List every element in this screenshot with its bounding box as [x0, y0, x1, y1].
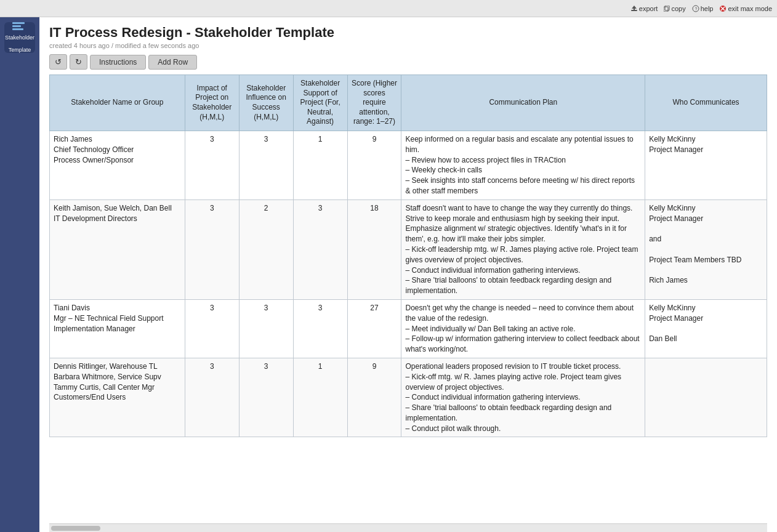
col-header-score: Score (Higher scores require attention, …: [347, 75, 401, 131]
top-bar: export copy ? help exit max mode: [0, 0, 777, 17]
hscroll-thumb[interactable]: [51, 526, 100, 531]
table-cell: 27: [347, 299, 401, 358]
app-wrapper: Stakeholder Template IT Process Redesign…: [0, 17, 777, 532]
stakeholder-icon: [12, 22, 27, 33]
undo-button[interactable]: ↺: [49, 54, 67, 70]
help-button[interactable]: ? help: [692, 5, 714, 12]
export-button[interactable]: export: [630, 5, 658, 12]
svg-text:?: ?: [694, 7, 697, 11]
table-cell: 3: [293, 299, 347, 358]
table-cell: Kelly McKinnyProject ManagerandProject T…: [645, 200, 767, 299]
table-row: Keith Jamison, Sue Welch, Dan BellIT Dev…: [50, 200, 767, 299]
copy-button[interactable]: copy: [664, 5, 685, 12]
col-header-impact: Impact of Project on Stakeholder (H,M,L): [185, 75, 239, 131]
copy-icon: [664, 6, 670, 12]
table-cell: Tiani DavisMgr – NE Technical Field Supp…: [50, 299, 185, 358]
page-title: IT Process Redesign - Stakeholder Templa…: [49, 25, 767, 41]
table-cell: 2: [239, 200, 293, 299]
sidebar-logo-line2: Template: [9, 47, 31, 53]
table-cell: 3: [239, 131, 293, 200]
table-cell: [645, 358, 767, 437]
table-cell: Kelly McKinnyProject ManagerDan Bell: [645, 299, 767, 358]
svg-rect-2: [664, 7, 668, 12]
col-header-influence: Stakeholder Influence on Success (H,M,L): [239, 75, 293, 131]
table-wrapper[interactable]: Stakeholder Name or Group Impact of Proj…: [39, 75, 777, 523]
table-cell: Keith Jamison, Sue Welch, Dan BellIT Dev…: [50, 200, 185, 299]
help-icon: ?: [692, 5, 699, 12]
toolbar: ↺ ↻ Instructions Add Row: [39, 49, 777, 75]
table-cell: Kelly McKinnyProject Manager: [645, 131, 767, 200]
col-header-who: Who Communicates: [645, 75, 767, 131]
table-cell: Dennis Ritlinger, Warehouse TLBarbara Wh…: [50, 358, 185, 437]
table-row: Rich JamesChief Technology OfficerProces…: [50, 131, 767, 200]
col-header-support: Stakeholder Support of Project (For, Neu…: [293, 75, 347, 131]
table-cell: Operational leaders proposed revision to…: [401, 358, 645, 437]
table-cell: 9: [347, 358, 401, 437]
col-header-comm: Communication Plan: [401, 75, 645, 131]
svg-marker-1: [632, 6, 637, 10]
table-cell: 1: [293, 358, 347, 437]
table-row: Dennis Ritlinger, Warehouse TLBarbara Wh…: [50, 358, 767, 437]
table-cell: 3: [185, 131, 239, 200]
svg-rect-0: [631, 10, 637, 11]
redo-button[interactable]: ↻: [70, 54, 87, 70]
svg-rect-3: [665, 6, 669, 10]
close-icon: [719, 5, 727, 12]
table-cell: 3: [185, 299, 239, 358]
col-header-name: Stakeholder Name or Group: [50, 75, 185, 131]
table-cell: 3: [185, 358, 239, 437]
table-cell: Rich JamesChief Technology OfficerProces…: [50, 131, 185, 200]
table-cell: Staff doesn't want to have to change the…: [401, 200, 645, 299]
main-content: IT Process Redesign - Stakeholder Templa…: [39, 17, 777, 532]
sidebar-logo[interactable]: Stakeholder Template: [4, 22, 35, 53]
add-row-button[interactable]: Add Row: [148, 55, 197, 70]
sidebar-logo-line1: Stakeholder: [5, 34, 34, 41]
table-cell: 1: [293, 131, 347, 200]
hscroll-bar[interactable]: [49, 523, 767, 532]
exit-max-mode-button[interactable]: exit max mode: [719, 5, 772, 12]
stakeholder-table: Stakeholder Name or Group Impact of Proj…: [49, 75, 767, 437]
sidebar: Stakeholder Template: [0, 17, 39, 532]
table-row: Tiani DavisMgr – NE Technical Field Supp…: [50, 299, 767, 358]
table-cell: 3: [293, 200, 347, 299]
top-bar-actions: export copy ? help exit max mode: [630, 5, 772, 12]
subtitle: created 4 hours ago / modified a few sec…: [49, 42, 767, 49]
header: IT Process Redesign - Stakeholder Templa…: [39, 17, 777, 49]
export-icon: [630, 5, 638, 12]
table-cell: Doesn't get why the change is needed – n…: [401, 299, 645, 358]
table-cell: 9: [347, 131, 401, 200]
table-cell: 3: [185, 200, 239, 299]
instructions-button[interactable]: Instructions: [90, 55, 146, 70]
table-cell: 3: [239, 358, 293, 437]
table-cell: Keep informed on a regular basis and esc…: [401, 131, 645, 200]
table-cell: 3: [239, 299, 293, 358]
table-cell: 18: [347, 200, 401, 299]
